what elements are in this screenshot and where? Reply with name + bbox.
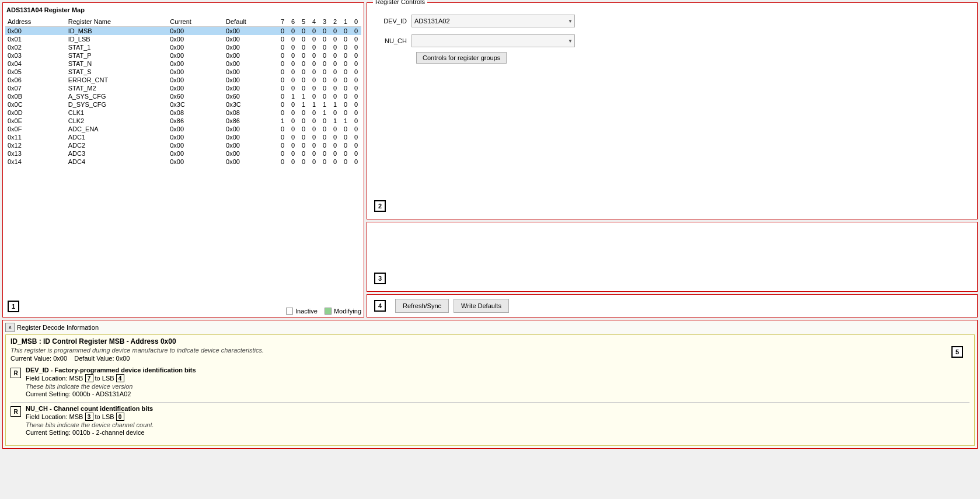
controls-for-groups-button[interactable]: Controls for register groups [416,52,507,64]
col-default: Default [224,17,277,27]
decode-reg-values: Current Value: 0x00 Default Value: 0x00 [11,355,969,362]
table-row[interactable]: 0x05STAT_S0x000x0000000000 [5,68,361,76]
cell-bit3: 0 [319,68,330,76]
table-row[interactable]: 0x03STAT_P0x000x0000000000 [5,51,361,60]
decode-section: ∧ Register Decode Information ID_MSB : I… [2,320,978,449]
field-setting: Current Setting: 0010b - 2-channel devic… [26,429,969,436]
cell-bit2: 0 [330,68,340,76]
dev-id-label: DEV_ID [372,18,407,25]
cell-address: 0x06 [5,76,66,84]
decode-collapse-bar: ∧ Register Decode Information [5,323,975,332]
table-row[interactable]: 0x14ADC40x000x0000000000 [5,158,361,166]
cell-bit3: 0 [319,27,330,36]
cell-bit3: 0 [319,92,330,100]
cell-current: 0x00 [168,133,224,141]
table-row[interactable]: 0x0CD_SYS_CFG0x3C0x3C00111100 [5,100,361,109]
legend-modifying: Modifying [325,308,361,315]
cell-bit1: 0 [340,109,351,117]
register-controls-panel: Register Controls DEV_ID ADS131A02 NU_CH [367,2,978,219]
cell-bit3: 1 [319,109,330,117]
table-row[interactable]: 0x00ID_MSB0x000x0000000000 [5,27,361,36]
cell-bit0: 0 [351,109,361,117]
cell-bit4: 0 [309,76,319,84]
table-row[interactable]: 0x01ID_LSB0x000x0000000000 [5,35,361,43]
table-row[interactable]: 0x13ADC30x000x0000000000 [5,149,361,158]
cell-default: 0x00 [224,27,277,36]
col-bit4: 4 [309,17,319,27]
collapse-button[interactable]: ∧ [5,323,15,332]
dev-id-row: DEV_ID ADS131A02 [372,15,972,27]
nu-ch-row: NU_CH [372,34,972,47]
cell-bit2: 0 [330,27,340,36]
cell-bit6: 0 [288,76,298,84]
cell-bit4: 0 [309,109,319,117]
cell-bit7: 0 [277,158,288,166]
cell-name: ERROR_CNT [66,76,168,84]
table-row[interactable]: 0x0DCLK10x080x0800001000 [5,109,361,117]
col-current: Current [168,17,224,27]
cell-bit5: 0 [298,125,309,133]
table-row[interactable]: 0x02STAT_10x000x0000000000 [5,43,361,51]
write-defaults-button[interactable]: Write Defaults [454,299,509,313]
cell-bit3: 0 [319,35,330,43]
cell-bit4: 0 [309,149,319,158]
cell-name: ADC1 [66,133,168,141]
dev-id-select[interactable]: ADS131A02 [411,15,575,27]
table-row[interactable]: 0x0ECLK20x860x8610000110 [5,117,361,125]
table-row[interactable]: 0x06ERROR_CNT0x000x0000000000 [5,76,361,84]
col-bit1: 1 [340,17,351,27]
cell-current: 0x00 [168,60,224,68]
table-row[interactable]: 0x11ADC10x000x0000000000 [5,133,361,141]
table-row[interactable]: 0x0FADC_ENA0x000x0000000000 [5,125,361,133]
cell-bit0: 0 [351,51,361,60]
cell-bit1: 0 [340,92,351,100]
cell-default: 0x00 [224,125,277,133]
nu-ch-select[interactable] [411,34,575,47]
cell-name: CLK1 [66,109,168,117]
cell-bit2: 0 [330,149,340,158]
cell-bit5: 0 [298,149,309,158]
cell-bit7: 0 [277,109,288,117]
col-bit7: 7 [277,17,288,27]
table-row[interactable]: 0x12ADC20x000x0000000000 [5,141,361,149]
cell-bit4: 0 [309,84,319,92]
cell-bit0: 0 [351,68,361,76]
cell-bit3: 0 [319,125,330,133]
cell-bit2: 0 [330,43,340,51]
cell-bit5: 0 [298,27,309,36]
lsb-bit-badge: 0 [116,413,124,421]
panel4-badge: 4 [374,300,386,312]
table-row[interactable]: 0x07STAT_M20x000x0000000000 [5,84,361,92]
nu-ch-label: NU_CH [372,37,407,44]
cell-bit2: 1 [330,100,340,109]
cell-bit1: 0 [340,100,351,109]
cell-current: 0x60 [168,92,224,100]
cell-bit7: 0 [277,51,288,60]
field-name-line: NU_CH - Channel count identification bit… [26,405,969,412]
table-row[interactable]: 0x04STAT_N0x000x0000000000 [5,60,361,68]
nu-ch-select-wrapper[interactable] [411,34,575,47]
cell-current: 0x00 [168,141,224,149]
cell-bit6: 0 [288,68,298,76]
cell-bit4: 0 [309,60,319,68]
cell-current: 0x00 [168,125,224,133]
badge-legend-row: 1 Inactive Modifying [5,166,361,315]
dev-id-select-wrapper[interactable]: ADS131A02 [411,15,575,27]
cell-bit6: 0 [288,35,298,43]
cell-address: 0x04 [5,60,66,68]
cell-default: 0x00 [224,158,277,166]
cell-address: 0x07 [5,84,66,92]
cell-bit0: 0 [351,133,361,141]
cell-name: D_SYS_CFG [66,100,168,109]
cell-name: STAT_M2 [66,84,168,92]
field-location-line: Field Location: MSB 7 to LSB 4 [26,374,969,382]
table-row[interactable]: 0x0BA_SYS_CFG0x600x6001100000 [5,92,361,100]
cell-bit6: 0 [288,117,298,125]
cell-bit5: 0 [298,117,309,125]
cell-name: STAT_1 [66,43,168,51]
cell-current: 0x00 [168,84,224,92]
cell-bit0: 0 [351,100,361,109]
refresh-sync-button[interactable]: Refresh/Sync [395,299,449,313]
col-bit2: 2 [330,17,340,27]
cell-bit0: 0 [351,76,361,84]
